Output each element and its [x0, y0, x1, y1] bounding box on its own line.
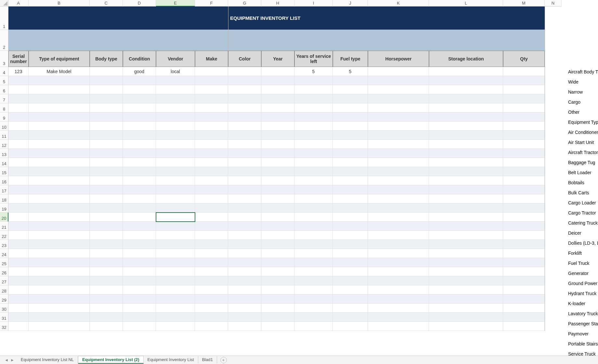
- cell-C12[interactable]: [90, 140, 123, 149]
- cell-L5[interactable]: [429, 76, 503, 85]
- cell-G7[interactable]: [228, 94, 261, 103]
- cell-D31[interactable]: [123, 313, 156, 322]
- cell-K20[interactable]: [368, 213, 429, 222]
- cell-F10[interactable]: [195, 122, 228, 131]
- cell-G4[interactable]: [228, 67, 261, 76]
- cell-E17[interactable]: [156, 185, 195, 194]
- cell-E32[interactable]: [156, 322, 195, 331]
- column-header-B[interactable]: B: [29, 0, 90, 6]
- cell-I29[interactable]: [294, 294, 333, 304]
- row-header-4[interactable]: 4: [0, 67, 8, 76]
- cell-L19[interactable]: [429, 203, 503, 213]
- cell-C15[interactable]: [90, 167, 123, 176]
- cell-B26[interactable]: [29, 267, 90, 276]
- row-header-20[interactable]: 20: [0, 213, 8, 222]
- cell-K15[interactable]: [368, 167, 429, 176]
- cell-A12[interactable]: [8, 140, 29, 149]
- cell-G25[interactable]: [228, 258, 261, 267]
- row-header-5[interactable]: 5: [0, 76, 8, 85]
- row-header-1[interactable]: 1: [0, 6, 8, 30]
- cell-L9[interactable]: [429, 112, 503, 122]
- cell-D30[interactable]: [123, 304, 156, 313]
- cell-K22[interactable]: [368, 231, 429, 240]
- cell-M17[interactable]: [503, 185, 545, 194]
- sheet-tab[interactable]: Equipment Inventory List: [144, 356, 198, 364]
- cell-B22[interactable]: [29, 231, 90, 240]
- cell-H14[interactable]: [261, 158, 294, 167]
- cell-A10[interactable]: [8, 122, 29, 131]
- cell-C19[interactable]: [90, 203, 123, 213]
- cell-F21[interactable]: [195, 222, 228, 231]
- cell-G15[interactable]: [228, 167, 261, 176]
- row-header-19[interactable]: 19: [0, 203, 8, 213]
- cell-F32[interactable]: [195, 322, 228, 331]
- row-header-11[interactable]: 11: [0, 131, 8, 140]
- cell-A24[interactable]: [8, 249, 29, 258]
- column-header-G[interactable]: G: [228, 0, 261, 6]
- row-header-25[interactable]: 25: [0, 258, 8, 267]
- cell-E18[interactable]: [156, 194, 195, 203]
- cell-K19[interactable]: [368, 203, 429, 213]
- cell-A5[interactable]: [8, 76, 29, 85]
- row-header-18[interactable]: 18: [0, 194, 8, 203]
- cell-J9[interactable]: [333, 112, 368, 122]
- cell-D16[interactable]: [123, 176, 156, 185]
- table-header-cell[interactable]: Body type: [90, 51, 123, 67]
- cell-G6[interactable]: [228, 85, 261, 94]
- select-all-corner[interactable]: [0, 0, 8, 6]
- table-header-cell[interactable]: Years of service left: [294, 51, 333, 67]
- row-header-26[interactable]: 26: [0, 267, 8, 276]
- cell-J15[interactable]: [333, 167, 368, 176]
- table-header-cell[interactable]: Horsepower: [368, 51, 429, 67]
- cell-C5[interactable]: [90, 76, 123, 85]
- cell-B16[interactable]: [29, 176, 90, 185]
- cell-B27[interactable]: [29, 276, 90, 285]
- cell-B12[interactable]: [29, 140, 90, 149]
- cell-J31[interactable]: [333, 313, 368, 322]
- cell-I4[interactable]: 5: [294, 67, 333, 76]
- cell-C27[interactable]: [90, 276, 123, 285]
- cell-J16[interactable]: [333, 176, 368, 185]
- cell-M15[interactable]: [503, 167, 545, 176]
- table-header-cell[interactable]: Vendor: [156, 51, 195, 67]
- cell-H16[interactable]: [261, 176, 294, 185]
- cell-E20[interactable]: [156, 213, 195, 222]
- cell-C20[interactable]: [90, 213, 123, 222]
- cell-E28[interactable]: [156, 285, 195, 294]
- cell-J24[interactable]: [333, 249, 368, 258]
- cell-M14[interactable]: [503, 158, 545, 167]
- cell-B25[interactable]: [29, 258, 90, 267]
- cell-K30[interactable]: [368, 304, 429, 313]
- cell-I10[interactable]: [294, 122, 333, 131]
- cell-I23[interactable]: [294, 240, 333, 249]
- row-header-7[interactable]: 7: [0, 94, 8, 103]
- cell-J25[interactable]: [333, 258, 368, 267]
- cell-F8[interactable]: [195, 103, 228, 112]
- cell-L10[interactable]: [429, 122, 503, 131]
- cell-L25[interactable]: [429, 258, 503, 267]
- cell-L26[interactable]: [429, 267, 503, 276]
- cell-H7[interactable]: [261, 94, 294, 103]
- cell-I32[interactable]: [294, 322, 333, 331]
- cell-K31[interactable]: [368, 313, 429, 322]
- cell-G12[interactable]: [228, 140, 261, 149]
- cell-C25[interactable]: [90, 258, 123, 267]
- cell-C6[interactable]: [90, 85, 123, 94]
- cell-L23[interactable]: [429, 240, 503, 249]
- cell-F16[interactable]: [195, 176, 228, 185]
- cell-J22[interactable]: [333, 231, 368, 240]
- cell-A32[interactable]: [8, 322, 29, 331]
- cell-I12[interactable]: [294, 140, 333, 149]
- cell-H4[interactable]: [261, 67, 294, 76]
- cell-D13[interactable]: [123, 149, 156, 158]
- cell-J21[interactable]: [333, 222, 368, 231]
- cell-D28[interactable]: [123, 285, 156, 294]
- cell-A18[interactable]: [8, 194, 29, 203]
- cell-L6[interactable]: [429, 85, 503, 94]
- row-header-17[interactable]: 17: [0, 185, 8, 194]
- cell-G24[interactable]: [228, 249, 261, 258]
- cell-F13[interactable]: [195, 149, 228, 158]
- cell-G23[interactable]: [228, 240, 261, 249]
- table-header-cell[interactable]: Color: [228, 51, 261, 67]
- cell-I6[interactable]: [294, 85, 333, 94]
